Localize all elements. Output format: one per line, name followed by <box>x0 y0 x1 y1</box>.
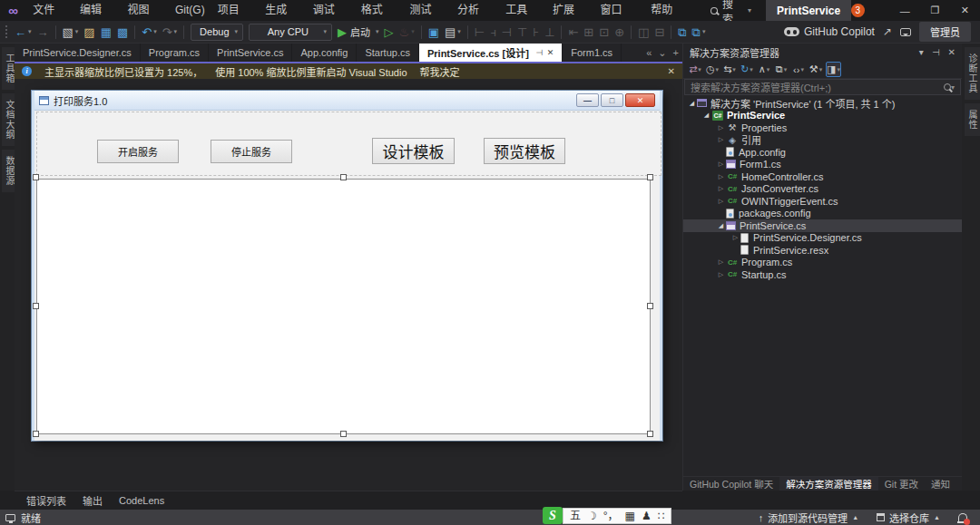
tab-overflow-icon[interactable]: ⌄ <box>658 47 666 59</box>
bring-to-front-icon[interactable]: ⧉ ▾ <box>675 23 689 41</box>
notification-count-badge[interactable]: 3 <box>851 4 865 17</box>
start-without-debugging-icon[interactable]: ▷ ▾ <box>382 23 397 41</box>
send-to-back-icon[interactable]: ⧉ ▾ <box>690 23 709 41</box>
document-tab[interactable]: Startup.cs ⊤ ✕ <box>357 44 419 62</box>
align-bottoms-icon[interactable]: ⊥ ▾ <box>542 23 557 41</box>
open-file-icon[interactable]: ▨ ▾ <box>81 23 97 41</box>
bottom-panel-tab[interactable]: 错误列表 <box>18 493 74 508</box>
document-tab[interactable]: Program.cs ⊤ ✕ <box>141 44 209 62</box>
right-vertical-tab[interactable]: 属性 <box>965 103 980 136</box>
vertical-spacing-icon[interactable]: ⊟ ▾ <box>652 23 667 41</box>
align-lefts-icon[interactable]: ⊢ ▾ <box>472 23 487 41</box>
resize-handle-top-right[interactable] <box>647 174 653 180</box>
notifications-bell-icon[interactable] <box>958 513 967 521</box>
solution-configurations-combo[interactable]: Debug ▾ <box>191 24 243 41</box>
explorer-search-box[interactable]: 搜索解决方案资源管理器(Ctrl+;) ▾ <box>684 79 961 95</box>
document-tab[interactable]: PrintService.cs ⊤ ✕ <box>209 44 292 62</box>
resize-handle-bottom-left[interactable] <box>33 431 39 437</box>
tree-item[interactable]: Properties <box>683 122 962 134</box>
navigate-forward-icon[interactable]: → ▾ <box>34 23 52 41</box>
resize-handle-top-center[interactable] <box>340 174 347 180</box>
expander-icon[interactable] <box>716 160 726 168</box>
menu-item[interactable]: 帮助(H) <box>644 0 692 21</box>
expander-icon[interactable] <box>716 173 726 180</box>
keyboard-icon[interactable]: ▦ <box>625 510 635 521</box>
resize-handle-middle-left[interactable] <box>33 303 39 309</box>
separator[interactable]: ▾ <box>55 25 56 39</box>
tree-item[interactable]: App.config <box>683 146 962 159</box>
tree-item[interactable]: OWINTriggerEvent.cs <box>683 195 962 208</box>
menu-item[interactable]: 扩展(X) <box>546 0 593 21</box>
horizontal-spacing-icon[interactable]: ◫ ▾ <box>635 23 652 41</box>
hot-reload-icon[interactable]: ♨ ▾ <box>397 23 417 41</box>
form-button-panel[interactable]: 开启服务停止服务设计模板预览模板 <box>36 112 662 176</box>
chevron-down-icon[interactable]: ▾ <box>919 47 924 57</box>
resize-handle-top-left[interactable] <box>33 174 39 180</box>
tree-item[interactable]: JsonConverter.cs <box>683 183 962 196</box>
separator[interactable]: ▾ <box>467 25 468 39</box>
tree-item[interactable]: Startup.cs <box>683 268 962 281</box>
refresh-icon[interactable]: ↻ ▾ <box>740 62 754 77</box>
tree-item[interactable]: PrintService.resx <box>683 244 962 257</box>
github-copilot-button[interactable]: GitHub Copilot <box>784 25 875 38</box>
expander-icon[interactable] <box>716 185 726 192</box>
select-repository-button[interactable]: 选择仓库 ▲ <box>877 510 940 525</box>
admin-mode-button[interactable]: 管理员 <box>919 22 971 42</box>
separator[interactable]: ▾ <box>561 25 562 39</box>
tree-item[interactable]: PrintService.Designer.cs <box>683 232 962 245</box>
menu-item[interactable]: 项目(P) <box>211 0 259 21</box>
pin-icon[interactable]: ⊤ <box>931 48 941 56</box>
document-tab[interactable]: App.config ⊤ ✕ <box>292 44 357 62</box>
toolbar-grip[interactable]: ▾ <box>5 24 9 39</box>
wubi-mode-label[interactable]: 五 <box>570 510 581 521</box>
menu-item[interactable]: 格式(O) <box>355 0 404 21</box>
separator[interactable]: ▾ <box>631 25 632 39</box>
infobar-close-icon[interactable]: ✕ <box>668 66 675 76</box>
separator[interactable]: ▾ <box>183 25 184 39</box>
menu-item[interactable]: Git(G) <box>169 0 211 21</box>
panel-header[interactable]: 解决方案资源管理器 ▾ ⊤ ✕ <box>683 44 962 61</box>
navigate-back-icon[interactable]: ← ▾ <box>12 23 34 41</box>
panel-bottom-tab[interactable]: 通知 <box>925 477 956 491</box>
switch-views-icon[interactable]: ⇆ ▾ <box>722 62 737 77</box>
expander-icon[interactable] <box>716 271 726 278</box>
form-button[interactable]: 开启服务 <box>97 140 179 163</box>
form-maximize-button[interactable]: □ <box>601 93 623 107</box>
designed-form[interactable]: 打印服务1.0 — □ ✕ 开启服务停止服务设计模板预览模板 <box>32 91 662 441</box>
pending-changes-filter-icon[interactable]: ◷ ▾ <box>705 62 720 77</box>
make-same-size-icon[interactable]: ⊡ ▾ <box>596 23 612 41</box>
preview-selected-items-icon[interactable]: ◨ ▾ <box>826 62 841 77</box>
tree-item[interactable]: PrintService.cs <box>683 219 962 232</box>
resize-handle-bottom-center[interactable] <box>340 431 347 437</box>
tree-item[interactable]: 解决方案 'PrintService' (1 个项目, 共 1 个) <box>683 97 962 110</box>
resize-handle-middle-right[interactable] <box>647 303 653 309</box>
align-middles-icon[interactable]: ⊦ ▾ <box>530 23 542 41</box>
save-icon[interactable]: ▦ ▾ <box>98 23 114 41</box>
form-button[interactable]: 预览模板 <box>484 138 565 164</box>
menu-item[interactable]: 调试(D) <box>307 0 355 21</box>
right-vertical-tab[interactable]: 诊断工具 <box>965 47 980 100</box>
panel-bottom-tab[interactable]: 解决方案资源管理器 <box>779 477 878 491</box>
form-close-button[interactable]: ✕ <box>625 93 655 107</box>
view-code-icon[interactable]: ‹› ▾ <box>791 62 806 77</box>
bottom-panel-tab[interactable]: CodeLens <box>111 495 172 506</box>
sync-with-active-document-icon[interactable]: ⇄ ▾ <box>688 62 702 77</box>
punctuation-icon[interactable]: °， <box>603 510 619 521</box>
separator[interactable]: ▾ <box>421 25 422 39</box>
sogou-ime-logo-icon[interactable]: S <box>543 507 563 524</box>
copy-path-icon[interactable]: ⧉ ▾ <box>774 62 789 77</box>
document-tab[interactable]: PrintService.cs [设计] ⊤ ✕ <box>419 44 563 62</box>
menu-item[interactable]: 分析(N) <box>451 0 499 21</box>
new-project-icon[interactable]: ▧ ▾ <box>60 23 82 41</box>
menu-item[interactable]: 测试(S) <box>404 0 451 21</box>
pin-icon[interactable]: ⊤ <box>534 49 544 56</box>
save-all-icon[interactable]: ▩ ▾ <box>114 23 131 41</box>
undo-icon[interactable]: ↶ ▾ <box>139 23 159 41</box>
resize-handle-bottom-right[interactable] <box>647 431 653 437</box>
menu-item[interactable]: 工具(T) <box>499 0 546 21</box>
expander-icon[interactable] <box>730 234 740 241</box>
maximize-button[interactable]: ❐ <box>920 0 950 21</box>
tab-overflow-icon[interactable]: « <box>646 47 652 58</box>
find-in-files-icon[interactable]: ▣ ▾ <box>426 23 442 41</box>
size-to-grid-icon[interactable]: ⊞ ▾ <box>581 23 596 41</box>
